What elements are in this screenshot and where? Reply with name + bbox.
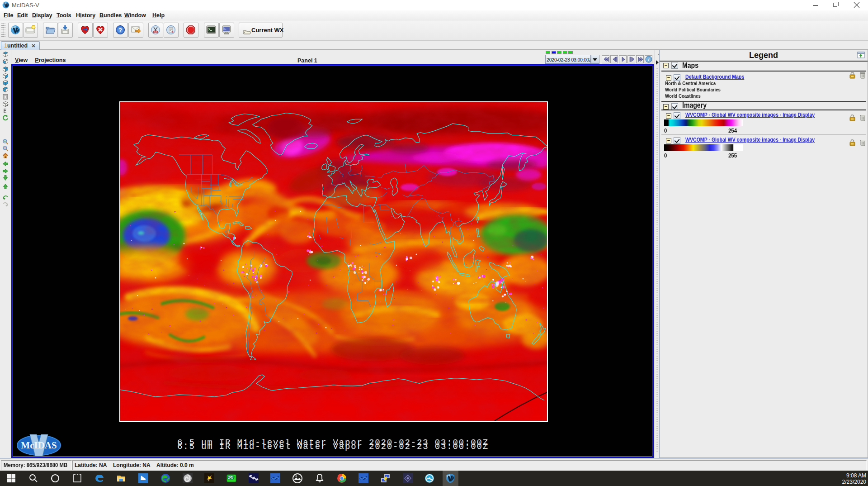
- svg-text:PDA: PDA: [227, 476, 234, 479]
- svg-text:McIDAS: McIDAS: [21, 440, 57, 451]
- svg-text:?: ?: [118, 27, 122, 33]
